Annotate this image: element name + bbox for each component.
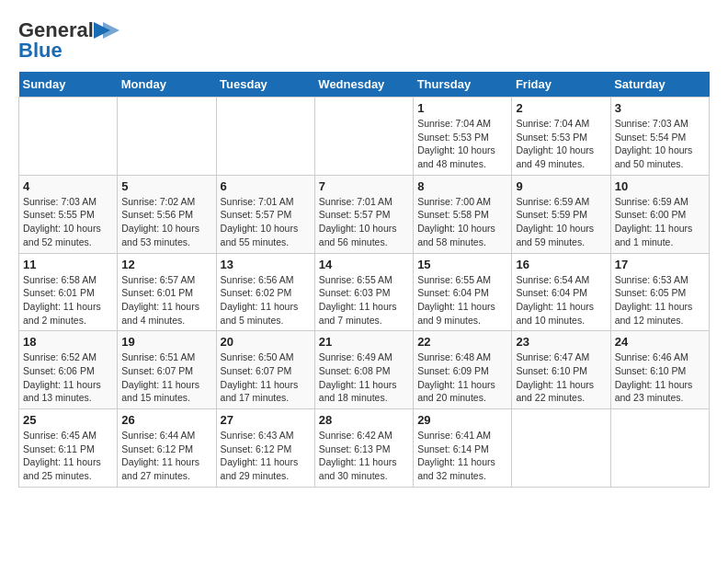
day-number: 16 [516,258,606,271]
day-info: Sunrise: 6:52 AM Sunset: 6:06 PM Dayligh… [23,350,113,405]
day-info: Sunrise: 6:48 AM Sunset: 6:09 PM Dayligh… [417,350,507,405]
day-number: 28 [319,413,409,427]
day-number: 10 [615,179,705,193]
calendar-cell: 11Sunrise: 6:58 AM Sunset: 6:01 PM Dayli… [19,253,118,331]
calendar-week-row: 18Sunrise: 6:52 AM Sunset: 6:06 PM Dayli… [19,331,710,409]
logo-arrow-icon [94,22,119,39]
calendar-cell: 21Sunrise: 6:49 AM Sunset: 6:08 PM Dayli… [314,331,413,409]
calendar-cell [314,98,413,176]
calendar-cell: 15Sunrise: 6:55 AM Sunset: 6:04 PM Dayli… [414,253,512,331]
day-number: 18 [23,335,113,349]
day-info: Sunrise: 7:01 AM Sunset: 5:57 PM Dayligh… [319,195,409,249]
day-number: 13 [221,258,311,271]
weekday-header-wednesday: Wednesday [314,72,413,98]
calendar-cell [19,98,118,176]
calendar-cell: 20Sunrise: 6:50 AM Sunset: 6:07 PM Dayli… [216,331,314,409]
calendar-week-row: 25Sunrise: 6:45 AM Sunset: 6:11 PM Dayli… [19,409,710,488]
calendar-cell: 26Sunrise: 6:44 AM Sunset: 6:12 PM Dayli… [118,409,216,488]
calendar-week-row: 11Sunrise: 6:58 AM Sunset: 6:01 PM Dayli… [19,253,710,331]
weekday-header-thursday: Thursday [414,72,512,98]
page-header: General Blue [18,18,710,63]
calendar-cell [118,98,216,176]
calendar-week-row: 4Sunrise: 7:03 AM Sunset: 5:55 PM Daylig… [19,175,710,253]
day-number: 1 [417,101,507,115]
calendar-cell: 24Sunrise: 6:46 AM Sunset: 6:10 PM Dayli… [610,331,709,409]
svg-marker-1 [103,22,119,39]
day-number: 17 [615,258,705,271]
weekday-header-friday: Friday [512,72,610,98]
calendar-week-row: 1Sunrise: 7:04 AM Sunset: 5:53 PM Daylig… [19,98,710,176]
day-number: 24 [615,335,705,349]
calendar-header-row: SundayMondayTuesdayWednesdayThursdayFrid… [19,72,710,98]
day-info: Sunrise: 6:57 AM Sunset: 6:01 PM Dayligh… [121,273,211,327]
weekday-header-monday: Monday [118,72,216,98]
day-info: Sunrise: 6:50 AM Sunset: 6:07 PM Dayligh… [221,350,311,405]
logo: General Blue [18,18,119,63]
day-info: Sunrise: 6:41 AM Sunset: 6:14 PM Dayligh… [417,429,507,483]
day-info: Sunrise: 6:59 AM Sunset: 5:59 PM Dayligh… [516,195,606,249]
calendar-cell: 5Sunrise: 7:02 AM Sunset: 5:56 PM Daylig… [118,175,216,253]
calendar-cell [216,98,314,176]
day-info: Sunrise: 6:54 AM Sunset: 6:04 PM Dayligh… [516,273,606,327]
calendar-cell: 28Sunrise: 6:42 AM Sunset: 6:13 PM Dayli… [314,409,413,488]
day-info: Sunrise: 7:00 AM Sunset: 5:58 PM Dayligh… [417,195,507,249]
day-info: Sunrise: 6:49 AM Sunset: 6:08 PM Dayligh… [319,350,409,405]
calendar-cell: 4Sunrise: 7:03 AM Sunset: 5:55 PM Daylig… [19,175,118,253]
day-number: 22 [417,335,507,349]
day-info: Sunrise: 6:53 AM Sunset: 6:05 PM Dayligh… [615,273,705,327]
calendar-cell: 13Sunrise: 6:56 AM Sunset: 6:02 PM Dayli… [216,253,314,331]
calendar-cell [610,409,709,488]
day-number: 21 [319,335,409,349]
calendar-cell: 19Sunrise: 6:51 AM Sunset: 6:07 PM Dayli… [118,331,216,409]
day-number: 5 [121,179,211,193]
weekday-header-sunday: Sunday [19,72,118,98]
day-info: Sunrise: 6:45 AM Sunset: 6:11 PM Dayligh… [23,429,113,483]
day-number: 11 [23,258,113,271]
day-info: Sunrise: 6:47 AM Sunset: 6:10 PM Dayligh… [516,350,606,405]
calendar-cell: 2Sunrise: 7:04 AM Sunset: 5:53 PM Daylig… [512,98,610,176]
weekday-header-saturday: Saturday [610,72,709,98]
day-number: 20 [221,335,311,349]
day-info: Sunrise: 7:03 AM Sunset: 5:55 PM Dayligh… [23,195,113,249]
logo-blue: Blue [18,39,63,63]
day-info: Sunrise: 6:42 AM Sunset: 6:13 PM Dayligh… [319,429,409,483]
calendar-cell: 17Sunrise: 6:53 AM Sunset: 6:05 PM Dayli… [610,253,709,331]
day-info: Sunrise: 6:51 AM Sunset: 6:07 PM Dayligh… [121,350,211,405]
day-info: Sunrise: 7:04 AM Sunset: 5:53 PM Dayligh… [516,117,606,171]
day-info: Sunrise: 7:03 AM Sunset: 5:54 PM Dayligh… [615,117,705,171]
calendar-cell: 8Sunrise: 7:00 AM Sunset: 5:58 PM Daylig… [414,175,512,253]
day-info: Sunrise: 7:02 AM Sunset: 5:56 PM Dayligh… [121,195,211,249]
day-number: 4 [23,179,113,193]
day-number: 12 [121,258,211,271]
weekday-header-tuesday: Tuesday [216,72,314,98]
day-info: Sunrise: 6:46 AM Sunset: 6:10 PM Dayligh… [615,350,705,405]
calendar-cell: 23Sunrise: 6:47 AM Sunset: 6:10 PM Dayli… [512,331,610,409]
day-number: 15 [417,258,507,271]
day-number: 3 [615,101,705,115]
day-number: 29 [417,413,507,427]
day-number: 2 [516,101,606,115]
day-info: Sunrise: 6:43 AM Sunset: 6:12 PM Dayligh… [221,429,311,483]
day-number: 7 [319,179,409,193]
calendar-cell: 16Sunrise: 6:54 AM Sunset: 6:04 PM Dayli… [512,253,610,331]
calendar-cell: 14Sunrise: 6:55 AM Sunset: 6:03 PM Dayli… [314,253,413,331]
day-info: Sunrise: 6:56 AM Sunset: 6:02 PM Dayligh… [221,273,311,327]
day-info: Sunrise: 6:59 AM Sunset: 6:00 PM Dayligh… [615,195,705,249]
calendar-cell: 27Sunrise: 6:43 AM Sunset: 6:12 PM Dayli… [216,409,314,488]
day-number: 27 [221,413,311,427]
day-info: Sunrise: 7:04 AM Sunset: 5:53 PM Dayligh… [417,117,507,171]
calendar-cell: 29Sunrise: 6:41 AM Sunset: 6:14 PM Dayli… [414,409,512,488]
calendar-cell: 6Sunrise: 7:01 AM Sunset: 5:57 PM Daylig… [216,175,314,253]
day-info: Sunrise: 7:01 AM Sunset: 5:57 PM Dayligh… [221,195,311,249]
day-number: 6 [221,179,311,193]
day-info: Sunrise: 6:55 AM Sunset: 6:03 PM Dayligh… [319,273,409,327]
calendar-cell: 22Sunrise: 6:48 AM Sunset: 6:09 PM Dayli… [414,331,512,409]
calendar-cell [512,409,610,488]
calendar-cell: 10Sunrise: 6:59 AM Sunset: 6:00 PM Dayli… [610,175,709,253]
calendar-cell: 18Sunrise: 6:52 AM Sunset: 6:06 PM Dayli… [19,331,118,409]
calendar-table: SundayMondayTuesdayWednesdayThursdayFrid… [18,72,710,488]
calendar-cell: 12Sunrise: 6:57 AM Sunset: 6:01 PM Dayli… [118,253,216,331]
day-number: 14 [319,258,409,271]
calendar-cell: 25Sunrise: 6:45 AM Sunset: 6:11 PM Dayli… [19,409,118,488]
day-number: 9 [516,179,606,193]
